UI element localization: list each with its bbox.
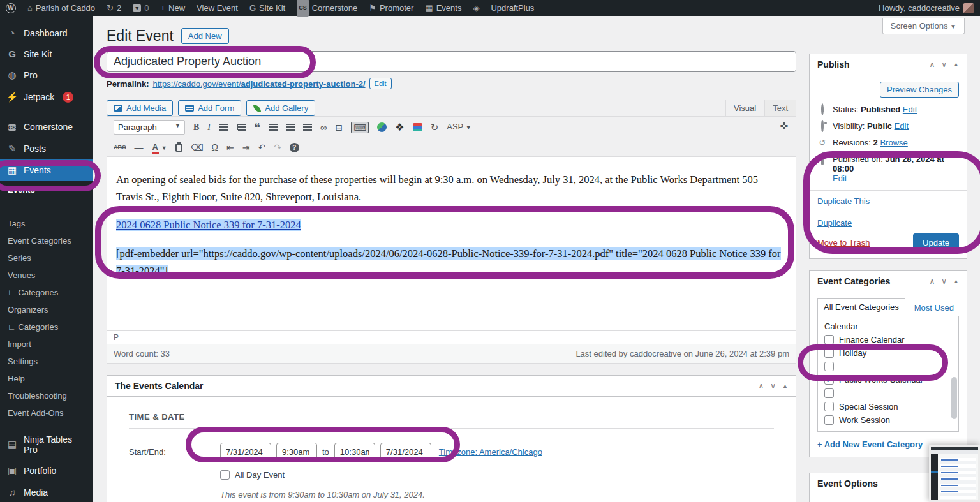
sidebar-item-site-kit[interactable]: GSite Kit [0, 43, 93, 64]
sidebar-item-pro[interactable]: ◍Pro [0, 64, 93, 86]
update-button[interactable]: Update [913, 233, 959, 252]
add-new-button[interactable]: Add New [181, 28, 229, 44]
numbered-list-icon[interactable] [236, 122, 246, 133]
bullet-list-icon[interactable] [219, 122, 228, 133]
screen-recording-thumbnail[interactable] [929, 445, 980, 502]
move-up-icon[interactable]: ∧ [758, 381, 764, 390]
sidebar-subitem-organizer-categories[interactable]: ∟ Categories [0, 318, 93, 336]
sidebar-item-jetpack[interactable]: ⚡Jetpack1 [0, 86, 93, 108]
move-down-icon[interactable]: ∨ [941, 277, 947, 286]
checkbox[interactable] [824, 415, 834, 425]
checkbox[interactable] [824, 388, 834, 398]
timezone-link[interactable]: Timezone: America/Chicago [439, 447, 542, 457]
paragraph-format-select[interactable]: Paragraph▼ [114, 120, 185, 135]
promoter-link[interactable]: ⚑Promoter [363, 0, 419, 16]
move-down-icon[interactable]: ∨ [770, 381, 776, 390]
text-color-icon[interactable]: A ▼ [152, 142, 167, 153]
updraftplus-link[interactable]: UpdraftPlus [485, 0, 540, 16]
ninja-tables-icon[interactable] [413, 123, 422, 131]
site-kit-menu[interactable]: GSite Kit [244, 0, 291, 16]
sidebar-item-media[interactable]: ♫Media [0, 482, 93, 502]
event-title-input[interactable] [107, 51, 796, 72]
collapse-icon[interactable]: ▲ [782, 383, 788, 389]
sidebar-subitem-import[interactable]: Import [0, 336, 93, 353]
sidebar-item-portfolio[interactable]: ▣Portfolio [0, 460, 93, 482]
indent-icon[interactable]: ⇥ [242, 142, 250, 152]
revisions-browse-link[interactable]: Browse [880, 138, 907, 147]
howdy-account-link[interactable]: Howdy, caddocreative [879, 3, 960, 13]
sidebar-subitem-event-categories[interactable]: Event Categories [0, 232, 93, 249]
editor-content[interactable]: An opening of sealed bids for the purcha… [107, 157, 796, 330]
strikethrough-icon[interactable]: ABC [114, 142, 126, 152]
italic-button[interactable]: I [207, 122, 211, 133]
new-menu[interactable]: +New [155, 0, 191, 16]
sidebar-item-cornerstone[interactable]: CSCornerstone [0, 115, 93, 138]
view-event-link[interactable]: View Event [191, 0, 244, 16]
collapse-icon[interactable]: ▲ [953, 278, 959, 284]
checkbox[interactable] [824, 402, 834, 411]
add-media-button[interactable]: Add Media [107, 100, 173, 116]
start-date-input[interactable] [220, 443, 271, 461]
status-edit-link[interactable]: Edit [903, 105, 917, 114]
sidebar-item-events[interactable]: ▦Events [0, 159, 93, 181]
sidebar-subitem-tags[interactable]: Tags [0, 215, 93, 232]
align-left-icon[interactable] [269, 122, 278, 133]
cornerstone-link[interactable]: CSCornerstone [291, 0, 363, 16]
wordpress-menu[interactable]: W [0, 0, 22, 16]
site-name-link[interactable]: ⌂Parish of Caddo [22, 0, 101, 16]
undo-icon[interactable]: ↶ [258, 142, 265, 152]
updates-link[interactable]: ↻2 [101, 0, 127, 16]
checkbox[interactable] [824, 348, 834, 358]
event-categories-header[interactable]: Event Categories ∧ ∨ ▲ [810, 271, 967, 292]
sidebar-item-ninja-tables[interactable]: ▤Ninja Tables Pro [0, 429, 93, 460]
permalink-edit-button[interactable]: Edit [369, 78, 392, 89]
move-to-trash-link[interactable]: Move to Trash [817, 238, 870, 247]
sidebar-item-posts[interactable]: ✎Posts [0, 138, 93, 159]
link-icon[interactable]: ∞ [320, 122, 327, 133]
asp-dropdown[interactable]: ASP ▼ [447, 122, 471, 133]
sidebar-subitem-settings[interactable]: Settings [0, 353, 93, 370]
end-date-input[interactable] [380, 443, 431, 461]
publish-header[interactable]: Publish ∧ ∨ ▲ [810, 54, 967, 75]
all-day-checkbox[interactable] [220, 470, 230, 480]
outdent-icon[interactable]: ⇤ [226, 142, 234, 152]
add-form-button[interactable]: Add Form [178, 100, 241, 116]
horizontal-rule-icon[interactable]: — [135, 142, 144, 152]
bold-button[interactable]: B [193, 122, 199, 133]
sidebar-subitem-events[interactable]: Events [0, 181, 93, 198]
start-time-input[interactable] [276, 443, 317, 461]
move-down-icon[interactable]: ∨ [941, 60, 947, 69]
events-calendar-header[interactable]: The Events Calendar ∧ ∨ ▲ [107, 376, 796, 397]
refresh-icon[interactable]: ↻ [431, 122, 439, 133]
screen-options-button[interactable]: Screen Options ▼ [882, 18, 965, 34]
tab-most-used[interactable]: Most Used [914, 303, 954, 316]
align-center-icon[interactable] [286, 122, 295, 133]
tab-all-event-categories[interactable]: All Event Categories [817, 298, 905, 316]
end-time-input[interactable] [334, 443, 375, 461]
tab-visual[interactable]: Visual [725, 100, 764, 116]
editor-path-bar[interactable]: P [107, 330, 796, 344]
sidebar-subitem-series[interactable]: Series [0, 249, 93, 267]
sidebar-subitem-venues[interactable]: Venues [0, 267, 93, 284]
help-icon[interactable]: ? [290, 143, 299, 152]
toolbar-toggle-icon[interactable]: ⌨ [351, 122, 369, 133]
sidebar-subitem-help[interactable]: Help [0, 370, 93, 387]
fullscreen-icon[interactable]: ✜ [780, 121, 788, 132]
permalink-link[interactable]: https://caddo.gov/event/adjudicated-prop… [152, 79, 365, 89]
special-character-icon[interactable]: Ω [212, 142, 218, 152]
pdf-notice-link[interactable]: 2024 0628 Public Notice 339 for 7-31-202… [116, 219, 301, 231]
layers-icon[interactable]: ❖ [395, 122, 404, 133]
scrollbar-thumb[interactable] [951, 377, 957, 419]
published-edit-link[interactable]: Edit [833, 173, 847, 183]
preview-changes-button[interactable]: Preview Changes [880, 82, 959, 98]
read-more-icon[interactable]: ⊟ [335, 122, 343, 133]
duplicate-this-link[interactable]: Duplicate This [817, 196, 870, 206]
tab-text[interactable]: Text [764, 100, 796, 116]
add-gallery-button[interactable]: Add Gallery [246, 100, 315, 116]
duplicate-link[interactable]: Duplicate [817, 218, 852, 228]
insert-icons-plugin-icon[interactable] [377, 122, 387, 132]
redo-icon[interactable]: ↷ [274, 142, 281, 152]
checkbox[interactable] [824, 335, 834, 344]
checkbox-checked[interactable] [824, 375, 834, 385]
blockquote-icon[interactable]: ❝ [254, 122, 260, 133]
